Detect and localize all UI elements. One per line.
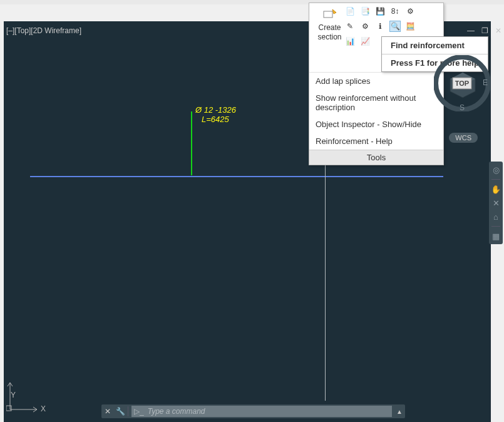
command-input[interactable]: ▷_ Type a command [131,406,392,417]
divider [128,406,128,416]
command-placeholder: Type a command [148,407,205,416]
toolbar-icon-3[interactable]: 8↕ [389,6,401,17]
toolbar-icon-7[interactable]: ℹ [374,21,386,32]
restore-button[interactable]: ❐ [480,26,489,35]
cmd-close-button[interactable]: ✕ [101,407,114,416]
close-button[interactable]: ✕ [494,26,503,35]
svg-rect-3 [324,11,332,18]
svg-rect-2 [6,406,11,411]
orbit-icon[interactable]: ⌂ [490,211,501,222]
wcs-badge[interactable]: WCS [449,133,478,143]
viewcube-top-face: TOP [455,80,469,87]
viewcube-east: E [483,78,488,87]
menu-add-lap-splices[interactable]: Add lap splices [309,73,443,90]
ucs-y-label: Y [11,391,16,399]
create-section-label: Create section [316,23,344,41]
toolbar-icon-1[interactable]: 📑 [359,6,371,17]
tooltip-title: Find reinforcement [382,37,488,54]
minimize-button[interactable]: — [466,26,475,35]
toolbar-icon-6[interactable]: ⚙ [359,21,371,32]
rebar-line-vertical [191,111,192,175]
menu-show-reinforcement[interactable]: Show reinforcement without description [309,90,443,116]
find-reinforcement-toolbar-button[interactable]: 🔍 [389,21,401,32]
viewcube[interactable]: E S TOP [434,55,490,111]
rebar-annotation-spec: Ø 12 -1326 [195,105,236,115]
tools-dropdown: Create section 📄 📑 💾 8↕ ⚙ ✎ ⚙ ℹ 🔍 🧮 📊 📈 … [309,3,444,165]
toolbar-icon-4[interactable]: ⚙ [404,6,416,17]
dropdown-footer[interactable]: Tools [309,150,443,165]
mdi-window-controls: — ❐ ✕ [466,26,503,35]
zoom-extents-icon[interactable]: ✕ [490,197,501,208]
toolbar-icon-11[interactable]: 📈 [359,36,371,47]
ucs-x-label: X [41,404,46,413]
cmd-customize-icon[interactable]: 🔧 [114,407,126,416]
navigation-bar: ◎ ✋ ✕ ⌂ ▦ [489,162,503,244]
create-section-icon [322,8,337,20]
show-motion-icon[interactable]: ▦ [490,230,501,242]
toolbar-icon-9[interactable]: 🧮 [404,21,416,32]
pan-icon[interactable]: ✋ [490,183,501,195]
prompt-icon: ▷_ [134,407,144,416]
toolbar-icon-10[interactable]: 📊 [344,36,356,47]
rebar-line-horizontal [30,176,443,177]
dropdown-menu-list: Add lap splices Show reinforcement witho… [309,72,443,150]
toolbar-icon-5[interactable]: ✎ [344,21,356,32]
viewcube-south: S [460,103,465,111]
menu-reinforcement-help[interactable]: Reinforcement - Help [309,133,443,150]
create-section-button[interactable]: Create section [316,8,344,41]
command-bar: ✕ 🔧 ▷_ Type a command ▲ [101,404,405,418]
nav-wheel-icon[interactable]: ◎ [490,164,501,175]
divider [491,226,500,227]
rebar-annotation-length: L=6425 [202,115,229,124]
toolbar-icon-0[interactable]: 📄 [344,6,356,17]
menu-object-inspector[interactable]: Object Inspector - Show/Hide [309,116,443,133]
cmd-history-button[interactable]: ▲ [394,408,405,415]
divider [491,179,500,180]
toolbar-icon-2[interactable]: 💾 [374,6,386,17]
